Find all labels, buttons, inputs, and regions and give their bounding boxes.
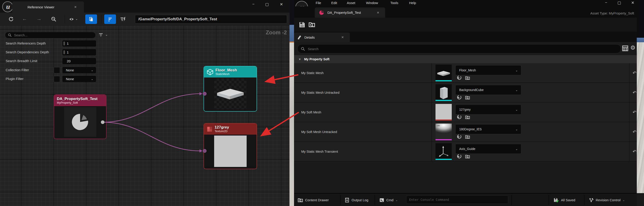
visibility-eye-icon[interactable] [69, 17, 74, 22]
minimize-button[interactable]: − [250, 2, 257, 7]
browse-to-asset-icon[interactable] [465, 75, 470, 80]
use-selected-icon[interactable] [456, 95, 462, 100]
property-row-my-soft-mesh: My Soft Mesh 127grey ⌄ ↶ [294, 103, 637, 122]
category-expand-icon[interactable]: ▼ [298, 58, 301, 61]
browse-to-asset-icon[interactable] [465, 115, 470, 120]
filter-lines-icon [108, 17, 112, 22]
tab-reference-viewer[interactable]: Reference Viewer ✕ [12, 1, 84, 13]
asset-thumbnail[interactable]: 180 [436, 124, 452, 140]
use-selected-icon[interactable] [456, 115, 462, 120]
asset-dropdown[interactable]: 180Degree_IES ⌄ [455, 124, 521, 134]
browse-to-asset-icon[interactable] [465, 95, 470, 100]
asset-thumbnail[interactable] [436, 65, 452, 81]
use-selected-icon[interactable] [456, 75, 462, 80]
asset-editor-window: File Edit Asset Window Tools Help − ▢ ✕ … [294, 0, 637, 206]
menu-asset[interactable]: Asset [345, 0, 357, 6]
toolbar-separator [64, 15, 65, 23]
asset-type-color-bar [436, 139, 452, 140]
use-selected-icon[interactable] [456, 134, 462, 139]
use-selected-icon[interactable] [456, 154, 462, 159]
cmd-dropdown[interactable]: Cmd ⌄ [379, 193, 398, 206]
menu-window[interactable]: Window [364, 0, 380, 6]
browse-to-asset-icon[interactable] [465, 154, 470, 159]
asset-thumbnail[interactable] [436, 84, 452, 101]
desktop-sky [637, 38, 644, 42]
plugin-filter-checkbox[interactable] [54, 76, 60, 82]
property-row-my-static-mesh-transient: My Static Mesh Transient Axis_Guide [294, 142, 637, 161]
collection-filter-dropdown[interactable]: None ⌄ [62, 67, 96, 73]
asset-dropdown[interactable]: BackgroundCube ⌄ [455, 85, 521, 95]
menu-tools[interactable]: Tools [388, 0, 400, 6]
chevron-down-icon: ⌄ [516, 147, 518, 151]
drag-handle[interactable] [64, 50, 65, 54]
grey-texture-thumbnail [214, 135, 247, 167]
asset-dropdown[interactable]: Axis_Guide ⌄ [455, 144, 521, 154]
drag-handle[interactable] [64, 42, 65, 45]
unreal-editor-screen: u Reference Viewer ✕ − ▢ ✕ ← → ⌄ [0, 0, 644, 206]
tab-details[interactable]: Details ✕ [294, 33, 350, 42]
chevron-down-icon: ⌄ [622, 198, 625, 202]
search-dependencies-depth-input[interactable]: 1 [62, 49, 96, 55]
maximize-button[interactable]: ▢ [264, 2, 270, 7]
duplicate-view-button[interactable] [85, 15, 97, 24]
forward-icon[interactable]: → [36, 16, 42, 22]
save-icon[interactable] [298, 21, 305, 28]
auto-filters-icon[interactable] [120, 16, 126, 22]
asset-path-field[interactable]: /Game/Property/Soft/DA_PropertySoft_Test [135, 15, 287, 24]
menu-help[interactable]: Help [407, 0, 418, 6]
browse-to-asset-icon[interactable] [308, 21, 315, 28]
filter-chevron-icon[interactable]: ⌄ [105, 33, 108, 36]
close-button[interactable]: ✕ [278, 2, 285, 7]
property-row-my-static-mesh-untracked: My Static Mesh Untracked BackgroundCube … [294, 83, 637, 103]
reference-graph-canvas[interactable]: ⌄ Search Referencers Depth 1 Search Depe… [0, 26, 290, 206]
console-command-input[interactable] [406, 195, 508, 204]
settings-gear-icon[interactable]: ⚙ [630, 44, 636, 51]
search-breadth-limit-input[interactable]: 20 [62, 58, 96, 64]
desktop-gap-strip [290, 0, 294, 206]
search-referencers-depth-input[interactable]: 1 [62, 41, 96, 47]
asset-thumbnail[interactable] [436, 104, 452, 121]
property-row-my-soft-mesh-untracked: My Soft Mesh Untracked 180 180Degree_IES… [294, 122, 637, 142]
collection-filter-checkbox[interactable] [54, 67, 60, 73]
filters-button[interactable] [104, 15, 116, 24]
refresh-icon[interactable] [8, 17, 14, 22]
menu-file[interactable]: File [314, 0, 323, 6]
property-label: My Static Mesh Untracked [301, 83, 339, 102]
filter-funnel-icon[interactable] [98, 33, 103, 38]
plugin-filter-dropdown[interactable]: None ⌄ [62, 76, 96, 82]
output-log-button[interactable]: Output Log [344, 193, 368, 206]
content-drawer-button[interactable]: Content Drawer [298, 193, 329, 206]
display-filter-icon[interactable] [622, 45, 628, 52]
minimize-button[interactable]: − [603, 1, 610, 5]
maximize-button[interactable]: ▢ [616, 1, 622, 5]
details-search-input[interactable] [307, 47, 583, 51]
tab-close-icon[interactable]: ✕ [376, 11, 379, 15]
revision-control-button[interactable]: Revision Control ⌄ [589, 193, 625, 206]
chevron-down-icon: ⌄ [91, 77, 94, 81]
menu-edit[interactable]: Edit [330, 0, 339, 6]
zoom-to-fit-icon[interactable] [51, 17, 56, 22]
node-da-propertysoft-test[interactable]: DA_PropertySoft_Test MyProperty_Soft [54, 94, 106, 139]
node-title: 127grey [214, 125, 229, 130]
visibility-chevron-icon[interactable]: ⌄ [75, 17, 78, 21]
back-icon[interactable]: ← [22, 16, 27, 22]
data-asset-thumbnail [64, 107, 96, 137]
terminal-icon [379, 198, 384, 202]
browse-to-asset-icon[interactable] [465, 134, 470, 139]
asset-dropdown[interactable]: Floor_Mesh ⌄ [455, 65, 521, 75]
reference-viewer-window: u Reference Viewer ✕ − ▢ ✕ ← → ⌄ [0, 0, 290, 206]
graph-search-input[interactable] [14, 33, 91, 37]
node-floor-mesh[interactable]: Floor_Mesh StaticMesh [204, 66, 257, 112]
tab-da-propertysoft-test[interactable]: DA_PropertySoft_Test ✕ [315, 8, 385, 18]
tab-close-icon[interactable]: ✕ [341, 36, 344, 39]
asset-type-color-bar [436, 80, 452, 81]
reference-viewer-titlebar: u Reference Viewer ✕ − ▢ ✕ [0, 0, 290, 13]
asset-thumbnail[interactable] [436, 143, 452, 160]
all-saved-status[interactable]: All Saved [554, 193, 575, 206]
close-button[interactable]: ✕ [629, 1, 636, 5]
asset-dropdown[interactable]: 127grey ⌄ [455, 105, 521, 115]
tab-close-icon[interactable]: ✕ [74, 5, 77, 9]
node-127grey[interactable]: 127grey Texture2D [204, 123, 257, 169]
collection-filter-label: Collection Filter [6, 68, 29, 72]
category-my-property-soft[interactable]: ▼ My Property Soft [294, 55, 637, 64]
